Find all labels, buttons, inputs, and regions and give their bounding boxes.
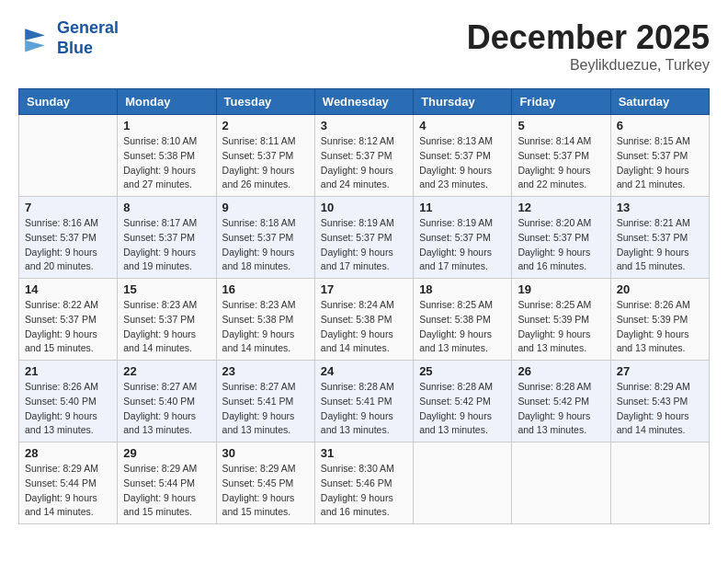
day-number: 9: [222, 201, 309, 214]
calendar-cell: 2Sunrise: 8:11 AMSunset: 5:37 PMDaylight…: [216, 115, 314, 197]
calendar-cell: 20Sunrise: 8:26 AMSunset: 5:39 PMDayligh…: [610, 279, 709, 361]
calendar-cell: 1Sunrise: 8:10 AMSunset: 5:38 PMDaylight…: [118, 115, 216, 197]
logo-line1: General: [57, 18, 119, 37]
calendar-table: SundayMondayTuesdayWednesdayThursdayFrid…: [18, 88, 710, 524]
calendar-cell: [414, 442, 512, 524]
calendar-cell: 21Sunrise: 8:26 AMSunset: 5:40 PMDayligh…: [19, 361, 118, 442]
weekday-header: Monday: [118, 89, 216, 115]
calendar-cell: 29Sunrise: 8:29 AMSunset: 5:44 PMDayligh…: [118, 442, 216, 524]
day-number: 14: [25, 282, 111, 296]
day-number: 5: [518, 119, 604, 132]
day-info: Sunrise: 8:28 AMSunset: 5:42 PMDaylight:…: [419, 380, 506, 438]
calendar-week: 14Sunrise: 8:22 AMSunset: 5:37 PMDayligh…: [19, 279, 710, 361]
day-info: Sunrise: 8:11 AMSunset: 5:37 PMDaylight:…: [222, 134, 309, 192]
day-info: Sunrise: 8:28 AMSunset: 5:41 PMDaylight:…: [321, 380, 407, 438]
day-info: Sunrise: 8:26 AMSunset: 5:40 PMDaylight:…: [25, 380, 111, 438]
calendar-cell: 13Sunrise: 8:21 AMSunset: 5:37 PMDayligh…: [610, 197, 709, 279]
calendar-cell: 5Sunrise: 8:14 AMSunset: 5:37 PMDaylight…: [512, 115, 610, 197]
logo-icon: [18, 22, 51, 55]
day-number: 4: [419, 119, 506, 132]
weekday-header: Thursday: [414, 89, 512, 115]
day-number: 11: [419, 201, 506, 214]
day-info: Sunrise: 8:22 AMSunset: 5:37 PMDaylight:…: [25, 298, 111, 356]
calendar-body: 1Sunrise: 8:10 AMSunset: 5:38 PMDaylight…: [19, 115, 710, 524]
day-info: Sunrise: 8:15 AMSunset: 5:37 PMDaylight:…: [617, 134, 703, 192]
day-info: Sunrise: 8:27 AMSunset: 5:41 PMDaylight:…: [222, 380, 309, 438]
calendar-cell: 10Sunrise: 8:19 AMSunset: 5:37 PMDayligh…: [314, 197, 413, 279]
day-number: 1: [123, 119, 210, 132]
calendar-cell: 30Sunrise: 8:29 AMSunset: 5:45 PMDayligh…: [216, 442, 314, 524]
day-info: Sunrise: 8:29 AMSunset: 5:44 PMDaylight:…: [25, 462, 111, 520]
calendar-cell: 28Sunrise: 8:29 AMSunset: 5:44 PMDayligh…: [19, 442, 118, 524]
calendar-cell: [512, 442, 610, 524]
calendar-week: 28Sunrise: 8:29 AMSunset: 5:44 PMDayligh…: [19, 442, 710, 524]
day-number: 17: [321, 282, 407, 296]
title-block: December 2025 Beylikduezue, Turkey: [467, 18, 710, 74]
day-number: 25: [419, 364, 506, 378]
calendar-week: 7Sunrise: 8:16 AMSunset: 5:37 PMDaylight…: [19, 197, 710, 279]
weekday-header: Friday: [512, 89, 610, 115]
day-info: Sunrise: 8:14 AMSunset: 5:37 PMDaylight:…: [518, 134, 604, 192]
day-number: 18: [419, 282, 506, 296]
day-info: Sunrise: 8:18 AMSunset: 5:37 PMDaylight:…: [222, 216, 309, 274]
day-number: 3: [321, 119, 407, 132]
day-number: 28: [25, 446, 111, 460]
day-number: 23: [222, 364, 309, 378]
day-number: 12: [518, 201, 604, 214]
page-header: General Blue December 2025 Beylikduezue,…: [18, 18, 710, 74]
svg-rect-0: [18, 22, 51, 55]
day-info: Sunrise: 8:21 AMSunset: 5:37 PMDaylight:…: [617, 216, 703, 274]
weekday-header: Tuesday: [216, 89, 314, 115]
day-info: Sunrise: 8:16 AMSunset: 5:37 PMDaylight:…: [25, 216, 111, 274]
day-info: Sunrise: 8:17 AMSunset: 5:37 PMDaylight:…: [123, 216, 210, 274]
day-info: Sunrise: 8:19 AMSunset: 5:37 PMDaylight:…: [419, 216, 506, 274]
calendar-cell: 25Sunrise: 8:28 AMSunset: 5:42 PMDayligh…: [414, 361, 512, 442]
day-number: 21: [25, 364, 111, 378]
calendar-cell: 26Sunrise: 8:28 AMSunset: 5:42 PMDayligh…: [512, 361, 610, 442]
day-info: Sunrise: 8:27 AMSunset: 5:40 PMDaylight:…: [123, 380, 210, 438]
calendar-cell: 3Sunrise: 8:12 AMSunset: 5:37 PMDaylight…: [314, 115, 413, 197]
calendar-cell: 31Sunrise: 8:30 AMSunset: 5:46 PMDayligh…: [314, 442, 413, 524]
logo: General Blue: [18, 18, 119, 58]
day-info: Sunrise: 8:10 AMSunset: 5:38 PMDaylight:…: [123, 134, 210, 192]
calendar-cell: 18Sunrise: 8:25 AMSunset: 5:38 PMDayligh…: [414, 279, 512, 361]
calendar-cell: 7Sunrise: 8:16 AMSunset: 5:37 PMDaylight…: [19, 197, 118, 279]
calendar-cell: 14Sunrise: 8:22 AMSunset: 5:37 PMDayligh…: [19, 279, 118, 361]
day-info: Sunrise: 8:28 AMSunset: 5:42 PMDaylight:…: [518, 380, 604, 438]
day-number: 2: [222, 119, 309, 132]
calendar-cell: 23Sunrise: 8:27 AMSunset: 5:41 PMDayligh…: [216, 361, 314, 442]
logo-line2: Blue: [57, 39, 93, 57]
day-number: 15: [123, 282, 210, 296]
calendar-cell: [19, 115, 118, 197]
day-number: 31: [321, 446, 407, 460]
calendar-cell: 27Sunrise: 8:29 AMSunset: 5:43 PMDayligh…: [610, 361, 709, 442]
day-number: 8: [123, 201, 210, 214]
calendar-cell: 24Sunrise: 8:28 AMSunset: 5:41 PMDayligh…: [314, 361, 413, 442]
day-number: 16: [222, 282, 309, 296]
day-number: 13: [617, 201, 703, 214]
day-number: 20: [617, 282, 703, 296]
calendar-cell: 6Sunrise: 8:15 AMSunset: 5:37 PMDaylight…: [610, 115, 709, 197]
calendar-week: 1Sunrise: 8:10 AMSunset: 5:38 PMDaylight…: [19, 115, 710, 197]
calendar-cell: 17Sunrise: 8:24 AMSunset: 5:38 PMDayligh…: [314, 279, 413, 361]
calendar-cell: 16Sunrise: 8:23 AMSunset: 5:38 PMDayligh…: [216, 279, 314, 361]
calendar-cell: 15Sunrise: 8:23 AMSunset: 5:37 PMDayligh…: [118, 279, 216, 361]
day-number: 22: [123, 364, 210, 378]
day-number: 19: [518, 282, 604, 296]
day-info: Sunrise: 8:30 AMSunset: 5:46 PMDaylight:…: [321, 462, 407, 520]
logo-text: General Blue: [57, 18, 119, 58]
day-number: 24: [321, 364, 407, 378]
day-info: Sunrise: 8:29 AMSunset: 5:44 PMDaylight:…: [123, 462, 210, 520]
calendar-cell: 11Sunrise: 8:19 AMSunset: 5:37 PMDayligh…: [414, 197, 512, 279]
weekday-header: Sunday: [19, 89, 118, 115]
day-info: Sunrise: 8:23 AMSunset: 5:38 PMDaylight:…: [222, 298, 309, 356]
day-info: Sunrise: 8:19 AMSunset: 5:37 PMDaylight:…: [321, 216, 407, 274]
day-info: Sunrise: 8:25 AMSunset: 5:38 PMDaylight:…: [419, 298, 506, 356]
day-info: Sunrise: 8:25 AMSunset: 5:39 PMDaylight:…: [518, 298, 604, 356]
calendar-cell: 19Sunrise: 8:25 AMSunset: 5:39 PMDayligh…: [512, 279, 610, 361]
day-info: Sunrise: 8:23 AMSunset: 5:37 PMDaylight:…: [123, 298, 210, 356]
day-number: 29: [123, 446, 210, 460]
location: Beylikduezue, Turkey: [467, 57, 710, 74]
weekday-header: Wednesday: [314, 89, 413, 115]
day-number: 26: [518, 364, 604, 378]
